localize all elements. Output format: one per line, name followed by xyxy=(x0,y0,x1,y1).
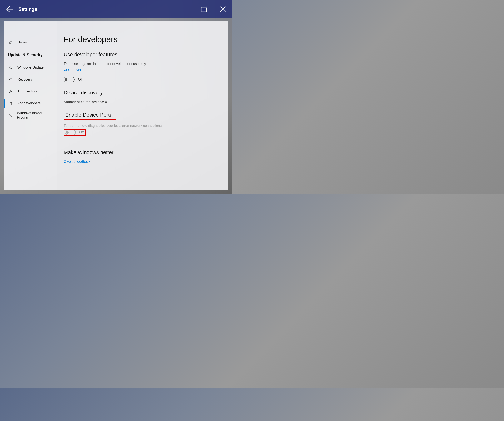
section-feedback: Make Windows better Give us feedback xyxy=(64,149,222,169)
toggle-state-label: Off xyxy=(78,77,83,82)
section-device-portal: Enable Device Portal Turn on remote diag… xyxy=(64,111,222,144)
multitask-icon xyxy=(201,6,208,13)
content-pane: For developers Use developer features Th… xyxy=(57,21,228,190)
toggle-knob xyxy=(65,78,67,81)
svg-point-2 xyxy=(10,114,11,115)
highlight-annotation: Enable Device Portal xyxy=(64,111,116,120)
developer-icon xyxy=(8,101,14,105)
sidebar-item-label: Windows Insider Program xyxy=(17,111,57,120)
sidebar-item-label: Troubleshoot xyxy=(18,89,41,94)
give-feedback-link[interactable]: Give us feedback xyxy=(64,160,90,164)
section-heading: Use developer features xyxy=(64,52,222,58)
settings-panel: Home Update & Security Windows Update Re… xyxy=(4,21,228,190)
learn-more-link[interactable]: Learn more xyxy=(64,67,81,71)
svg-rect-0 xyxy=(201,8,207,12)
sidebar-item-windows-update[interactable]: Windows Update xyxy=(4,62,57,74)
section-description: These settings are intended for developm… xyxy=(64,62,222,66)
home-icon xyxy=(8,41,14,44)
device-portal-toggle[interactable] xyxy=(65,130,76,135)
arrow-left-icon xyxy=(5,5,13,13)
window-titlebar: Settings xyxy=(0,0,232,18)
toggle-state-label: Off xyxy=(79,130,84,134)
toggle-knob xyxy=(66,131,69,134)
section-heading: Make Windows better xyxy=(64,149,222,155)
section-developer-features: Use developer features These settings ar… xyxy=(64,52,222,82)
sidebar-item-for-developers[interactable]: For developers xyxy=(4,97,57,109)
back-button[interactable] xyxy=(0,0,18,18)
person-icon xyxy=(8,113,13,117)
sidebar-item-label: Home xyxy=(18,40,30,45)
sidebar-item-recovery[interactable]: Recovery xyxy=(4,74,57,86)
wrench-icon xyxy=(8,89,14,93)
sidebar-item-label: Windows Update xyxy=(18,65,48,70)
section-heading: Device discovery xyxy=(64,90,222,96)
sidebar-item-label: Recovery xyxy=(18,77,36,82)
history-icon xyxy=(8,78,14,82)
page-title: For developers xyxy=(64,35,222,44)
developer-features-toggle[interactable] xyxy=(64,77,75,82)
section-heading: Enable Device Portal xyxy=(65,112,114,118)
section-device-discovery: Device discovery Number of paired device… xyxy=(64,90,222,104)
paired-devices-count: Number of paired devices: 0 xyxy=(64,100,222,104)
sidebar-item-home[interactable]: Home xyxy=(4,36,57,49)
sidebar-item-label: For developers xyxy=(18,101,44,106)
highlight-annotation-toggle: Off xyxy=(64,129,86,136)
sidebar-category: Update & Security xyxy=(4,49,57,62)
sidebar: Home Update & Security Windows Update Re… xyxy=(4,21,57,190)
section-description: Turn on remote diagnostics over local ar… xyxy=(64,124,222,128)
sidebar-item-troubleshoot[interactable]: Troubleshoot xyxy=(4,86,57,97)
multitask-button[interactable] xyxy=(195,0,214,18)
sidebar-item-insider[interactable]: Windows Insider Program xyxy=(4,109,57,121)
sync-icon xyxy=(8,66,14,70)
window-title: Settings xyxy=(18,6,37,12)
close-button[interactable] xyxy=(214,0,232,18)
close-icon xyxy=(220,6,226,12)
